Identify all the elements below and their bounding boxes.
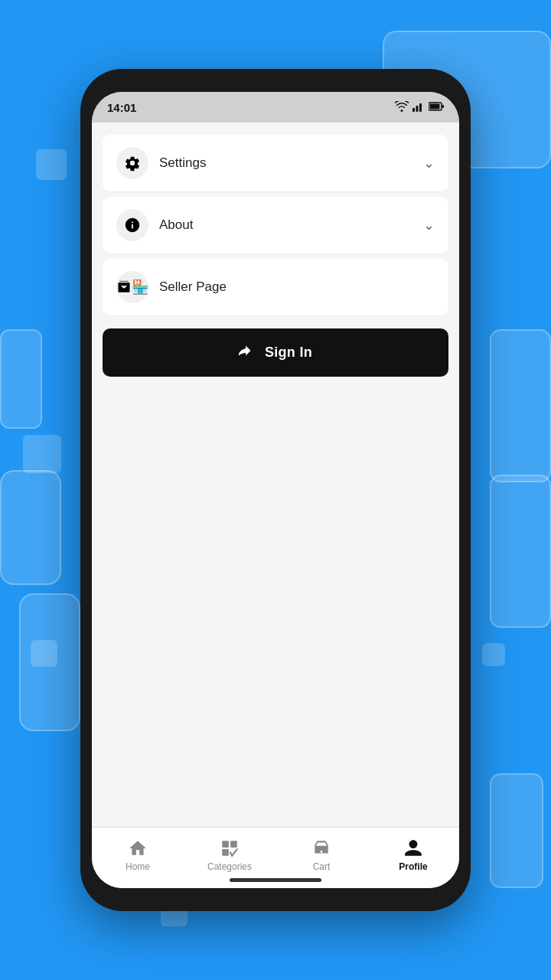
nav-label-profile: Profile [399, 861, 427, 872]
about-chevron: ⌄ [423, 217, 435, 234]
nav-item-profile[interactable]: Profile [367, 838, 459, 872]
svg-rect-1 [416, 106, 419, 112]
nav-item-home[interactable]: Home [92, 838, 184, 872]
wifi-icon [395, 101, 409, 114]
svg-rect-10 [230, 841, 237, 848]
profile-icon [403, 838, 423, 858]
home-indicator [230, 878, 321, 882]
about-menu-item[interactable]: About ⌄ [103, 197, 448, 254]
gear-icon [124, 155, 141, 172]
svg-rect-9 [222, 841, 229, 848]
settings-label: Settings [159, 155, 423, 171]
phone-shell: 14:01 [80, 69, 471, 911]
info-icon [124, 217, 141, 234]
phone-screen: 14:01 [92, 92, 459, 888]
settings-menu-item[interactable]: Settings ⌄ [103, 135, 448, 192]
seller-page-menu-item[interactable]: 🏪 Seller Page [103, 259, 448, 316]
nav-label-home: Home [126, 861, 150, 872]
seller-icon [116, 279, 132, 296]
svg-rect-3 [423, 101, 425, 112]
about-label: About [159, 217, 423, 233]
svg-rect-2 [419, 103, 422, 112]
settings-chevron: ⌄ [423, 155, 435, 172]
status-icons [395, 101, 444, 114]
settings-icon-circle [116, 147, 148, 179]
categories-icon [220, 838, 240, 858]
battery-icon [429, 102, 444, 113]
seller-emoji-icon: 🏪 [132, 279, 148, 296]
sign-in-button[interactable]: Sign In [103, 328, 448, 377]
svg-rect-0 [412, 108, 415, 112]
sign-in-icon [239, 342, 256, 363]
cart-icon [311, 838, 331, 858]
sign-in-label: Sign In [265, 345, 312, 361]
status-time: 14:01 [107, 101, 136, 114]
status-bar: 14:01 [92, 92, 459, 122]
svg-rect-11 [222, 849, 229, 856]
nav-item-cart[interactable]: Cart [276, 838, 367, 872]
svg-rect-5 [430, 103, 440, 109]
about-icon-circle [116, 209, 148, 241]
nav-label-categories: Categories [207, 861, 252, 872]
nav-label-cart: Cart [313, 861, 331, 872]
content-area: Settings ⌄ About ⌄ [92, 122, 459, 827]
seller-page-label: Seller Page [159, 279, 435, 295]
seller-icon-circle: 🏪 [116, 271, 148, 303]
signal-icon [412, 101, 425, 114]
svg-rect-6 [442, 105, 445, 108]
home-icon [128, 838, 148, 858]
nav-item-categories[interactable]: Categories [184, 838, 276, 872]
